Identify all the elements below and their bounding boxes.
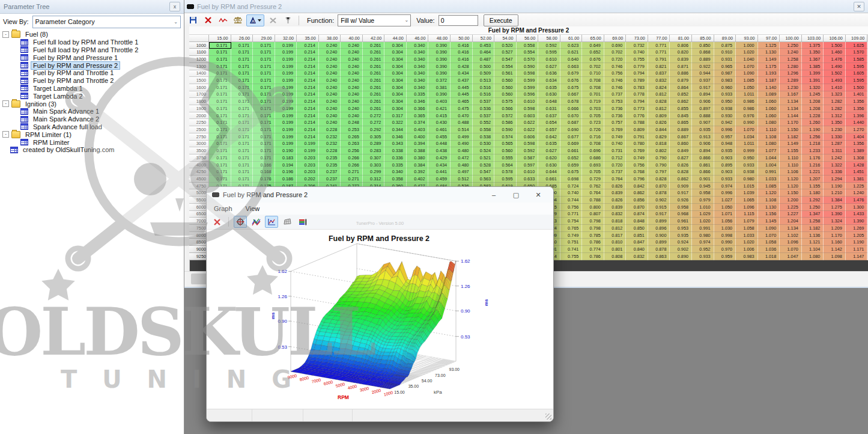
value-cell[interactable]: 0.812 (648, 91, 670, 99)
value-cell[interactable]: 0.232 (319, 141, 341, 148)
value-cell[interactable]: 0.168 (253, 168, 275, 176)
maximize-icon[interactable]: ▢ (507, 189, 525, 201)
value-cell[interactable]: 0.839 (604, 204, 627, 211)
value-cell[interactable]: 0.801 (604, 246, 627, 253)
value-cell[interactable]: 1.190 (846, 239, 868, 246)
value-cell[interactable]: 0.866 (692, 154, 714, 162)
value-cell[interactable]: 0.587 (517, 154, 539, 162)
value-cell[interactable]: 0.228 (319, 147, 341, 154)
value-cell[interactable]: 0.974 (692, 239, 714, 246)
value-cell[interactable]: 0.790 (648, 162, 670, 169)
value-cell[interactable]: 0.428 (451, 63, 473, 70)
value-cell[interactable]: 1.190 (802, 126, 824, 133)
value-cell[interactable]: 0.948 (714, 141, 736, 148)
value-cell[interactable]: 0.957 (714, 133, 736, 141)
value-cell[interactable]: 0.390 (428, 63, 451, 70)
value-cell[interactable]: 1.350 (802, 49, 824, 56)
value-cell[interactable]: 0.878 (648, 189, 670, 197)
value-cell[interactable]: 0.465 (451, 98, 473, 105)
value-cell[interactable]: 0.744 (560, 197, 583, 204)
value-cell[interactable]: 1.180 (802, 189, 824, 197)
value-cell[interactable]: 0.990 (714, 239, 736, 246)
tree-leaf[interactable]: Target Lambda 2 (20, 92, 184, 100)
value-cell[interactable]: 0.171 (253, 77, 275, 84)
value-cell[interactable]: 0.547 (473, 168, 495, 176)
value-cell[interactable]: 0.441 (428, 168, 451, 176)
value-cell[interactable]: 0.959 (714, 253, 736, 260)
value-cell[interactable]: 0.979 (692, 197, 714, 204)
edit-mode-button[interactable]: A (246, 14, 264, 26)
value-cell[interactable]: 0.764 (582, 189, 604, 197)
value-cell[interactable]: 1.147 (846, 253, 868, 260)
value-cell[interactable]: 0.703 (582, 105, 604, 112)
value-cell[interactable]: 0.304 (384, 98, 407, 105)
value-cell[interactable]: 0.746 (604, 84, 627, 91)
value-cell[interactable]: 0.961 (670, 218, 692, 225)
value-cell[interactable]: 0.429 (428, 154, 451, 162)
value-cell[interactable]: 0.214 (297, 77, 319, 84)
value-cell[interactable]: 0.597 (517, 162, 539, 169)
value-cell[interactable]: 0.240 (319, 119, 341, 126)
value-cell[interactable]: 0.897 (692, 105, 714, 112)
value-cell[interactable]: 0.701 (582, 91, 604, 99)
value-cell[interactable]: 1.015 (736, 183, 758, 190)
value-cell[interactable]: 0.798 (582, 225, 604, 232)
value-cell[interactable]: 1.047 (780, 253, 802, 260)
value-cell[interactable]: 0.394 (407, 141, 429, 148)
value-cell[interactable]: 0.554 (494, 63, 517, 70)
value-cell[interactable]: 1.108 (758, 133, 780, 141)
value-cell[interactable]: 1.207 (802, 176, 824, 183)
value-cell[interactable]: 0.565 (494, 141, 517, 148)
value-cell[interactable]: 1.167 (780, 91, 802, 99)
value-cell[interactable]: 0.470 (451, 112, 473, 120)
value-cell[interactable]: 0.547 (494, 56, 517, 63)
value-cell[interactable]: 0.472 (451, 154, 473, 162)
value-cell[interactable]: 0.786 (582, 239, 604, 246)
value-cell[interactable]: 0.788 (582, 197, 604, 204)
value-cell[interactable]: 0.336 (384, 154, 407, 162)
value-cell[interactable]: 0.171 (209, 98, 231, 105)
value-cell[interactable]: 0.261 (363, 98, 385, 105)
value-cell[interactable]: 0.240 (341, 105, 363, 112)
value-cell[interactable]: 0.863 (648, 253, 670, 260)
value-cell[interactable]: 0.527 (494, 49, 517, 56)
value-cell[interactable]: 1.110 (780, 154, 802, 162)
value-cell[interactable]: 0.603 (517, 112, 539, 120)
value-cell[interactable]: 0.574 (494, 133, 517, 141)
value-cell[interactable]: 1.460 (824, 49, 846, 56)
value-cell[interactable]: 1.390 (824, 211, 846, 218)
value-cell[interactable]: 0.886 (670, 70, 692, 78)
value-cell[interactable]: 0.996 (714, 126, 736, 133)
value-cell[interactable]: 1.384 (824, 197, 846, 204)
value-cell[interactable]: 0.416 (451, 56, 473, 63)
value-cell[interactable]: 0.558 (517, 42, 539, 49)
value-cell[interactable]: 0.762 (582, 183, 604, 190)
value-cell[interactable]: 0.171 (231, 91, 253, 99)
value-cell[interactable]: 1.155 (780, 147, 802, 154)
value-cell[interactable]: 0.930 (714, 112, 736, 120)
value-cell[interactable]: 0.524 (473, 147, 495, 154)
value-cell[interactable]: 0.240 (319, 77, 341, 84)
value-cell[interactable]: 0.878 (648, 246, 670, 253)
value-cell[interactable]: 0.769 (626, 147, 648, 154)
value-cell[interactable]: 0.516 (473, 84, 495, 91)
value-cell[interactable]: 1.070 (758, 232, 780, 239)
value-cell[interactable]: 1.142 (824, 246, 846, 253)
close-icon[interactable]: ✕ (529, 189, 547, 201)
tree-leaf[interactable]: Fuel by RPM and Throttle 2 (20, 77, 184, 85)
value-cell[interactable]: 0.240 (319, 70, 341, 78)
value-cell[interactable]: 0.171 (231, 112, 253, 120)
value-cell[interactable]: 0.790 (648, 154, 670, 162)
value-cell[interactable]: 0.358 (384, 176, 407, 183)
value-cell[interactable]: 0.926 (670, 197, 692, 204)
value-cell[interactable]: 0.490 (451, 141, 473, 148)
value-cell[interactable]: 1.323 (824, 91, 846, 99)
value-cell[interactable]: 0.560 (494, 84, 517, 91)
value-cell[interactable]: 0.913 (692, 133, 714, 141)
value-cell[interactable]: 0.637 (538, 112, 560, 120)
value-cell[interactable]: 1.240 (780, 49, 802, 56)
value-cell[interactable]: 0.455 (428, 133, 451, 141)
value-cell[interactable]: 0.937 (692, 77, 714, 84)
value-cell[interactable]: 0.826 (670, 162, 692, 169)
value-cell[interactable]: 1.312 (824, 112, 846, 120)
